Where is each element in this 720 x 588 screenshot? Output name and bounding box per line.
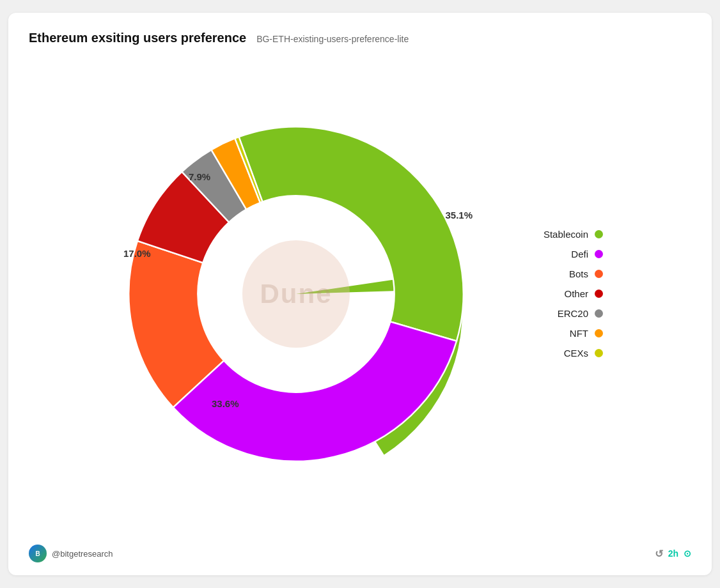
chart-footer: B @bitgetresearch ↺ 2h ⊙ [29, 539, 691, 562]
dune-circle [242, 240, 350, 348]
brand-name: @bitgetresearch [52, 549, 113, 559]
legend-dot-defi [595, 250, 603, 258]
legend-dot-stablecoin [595, 230, 603, 238]
legend-item-defi: Defi [513, 249, 603, 259]
chart-title: Ethereum exsiting users preference [29, 31, 246, 45]
legend-dot-cexs [595, 349, 603, 357]
legend-label-stablecoin: Stablecoin [537, 229, 588, 240]
legend-item-erc20: ERC20 [513, 308, 603, 319]
legend-dot-other [595, 290, 603, 298]
chart-header: Ethereum exsiting users preference BG-ET… [29, 31, 691, 45]
legend-label-defi: Defi [537, 249, 588, 259]
chart-subtitle: BG-ETH-existing-users-preference-lite [256, 34, 409, 44]
donut-chart: Dune 35.1% 33.6% 17.0% 7.9% [104, 102, 488, 486]
legend-item-bots: Bots [513, 268, 603, 279]
refresh-info: ↺ 2h ⊙ [655, 548, 691, 560]
chart-card: Ethereum exsiting users preference BG-ET… [8, 13, 712, 575]
brand-logo: B [29, 545, 47, 562]
brand-info: B @bitgetresearch [29, 545, 113, 562]
undo-icon: ↺ [655, 548, 663, 560]
legend-item-other: Other [513, 288, 603, 299]
legend-label-other: Other [537, 288, 588, 299]
legend-label-erc20: ERC20 [537, 308, 588, 319]
clock-icon: ⊙ [684, 548, 691, 559]
refresh-time: 2h [668, 548, 678, 559]
legend-dot-bots [595, 270, 603, 278]
chart-area: Dune 35.1% 33.6% 17.0% 7.9% Stablecoin D… [29, 58, 691, 529]
legend-label-bots: Bots [537, 268, 588, 279]
legend-label-nft: NFT [537, 328, 588, 339]
legend-dot-erc20 [595, 309, 603, 318]
chart-legend: Stablecoin Defi Bots Other ERC20 NFT CEX… [513, 229, 616, 359]
legend-dot-nft [595, 329, 603, 337]
legend-item-nft: NFT [513, 328, 603, 339]
legend-label-cexs: CEXs [537, 348, 588, 359]
legend-item-stablecoin: Stablecoin [513, 229, 603, 240]
legend-item-cexs: CEXs [513, 348, 603, 359]
